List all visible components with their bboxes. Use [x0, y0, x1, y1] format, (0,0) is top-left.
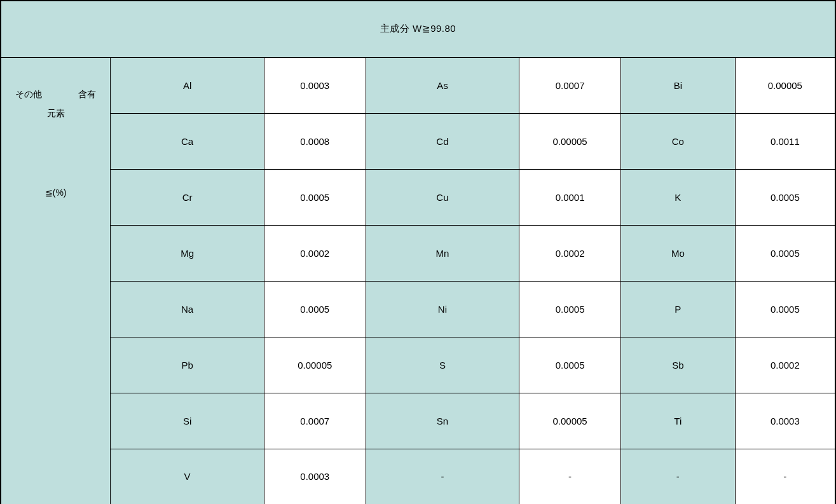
table-row: その他 含有 元素 Al 0.0003 As 0.0007 Bi 0.00005 [1, 57, 835, 113]
element-symbol: Sb [620, 337, 735, 393]
table-row: Pb 0.00005 S 0.0005 Sb 0.0002 [1, 337, 835, 393]
element-value: 0.0005 [264, 169, 366, 225]
element-symbol: Pb [111, 337, 264, 393]
table-row: ≦(%) Cr 0.0005 Cu 0.0001 K 0.0005 [1, 169, 835, 225]
element-value: 0.0002 [264, 225, 366, 281]
element-symbol: Ti [620, 393, 735, 449]
element-symbol: Cr [111, 169, 264, 225]
element-symbol: - [620, 449, 735, 504]
element-symbol: Ca [111, 113, 264, 169]
side-label-text-2: 元素 [14, 104, 97, 123]
element-symbol: Al [111, 57, 264, 113]
element-value: 0.00005 [519, 113, 621, 169]
element-value: - [735, 449, 835, 504]
element-value: - [519, 449, 621, 504]
table-row: V 0.0003 - - - - [1, 449, 835, 504]
element-symbol: P [620, 281, 735, 337]
element-value: 0.0005 [519, 281, 621, 337]
element-value: 0.0005 [519, 337, 621, 393]
element-value: 0.0003 [264, 57, 366, 113]
table-row: Ca 0.0008 Cd 0.00005 Co 0.0011 [1, 113, 835, 169]
element-symbol: Mn [366, 225, 519, 281]
composition-table-container: 主成分 W≧99.80 その他 含有 元素 Al 0.0003 As 0.000… [0, 0, 836, 504]
element-symbol: V [111, 449, 264, 504]
table-row: Na 0.0005 Ni 0.0005 P 0.0005 [1, 281, 835, 337]
side-label-upper: その他 含有 元素 [1, 57, 111, 169]
element-value: 0.0003 [264, 449, 366, 504]
element-symbol: Co [620, 113, 735, 169]
element-value: 0.0005 [735, 225, 835, 281]
table-row: Si 0.0007 Sn 0.00005 Ti 0.0003 [1, 393, 835, 449]
element-value: 0.0002 [735, 337, 835, 393]
side-label-text-3: ≦(%) [14, 183, 97, 203]
element-symbol: Si [111, 393, 264, 449]
side-label-text-1b: 含有 [78, 85, 96, 104]
element-value: 0.0007 [264, 393, 366, 449]
element-symbol: - [366, 449, 519, 504]
element-symbol: Ni [366, 281, 519, 337]
element-value: 0.0011 [735, 113, 835, 169]
element-value: 0.0005 [735, 169, 835, 225]
element-value: 0.00005 [735, 57, 835, 113]
table-header-row: 主成分 W≧99.80 [1, 1, 835, 57]
element-symbol: Na [111, 281, 264, 337]
composition-table: 主成分 W≧99.80 その他 含有 元素 Al 0.0003 As 0.000… [0, 0, 836, 504]
side-label-text-1a: その他 [15, 85, 42, 104]
element-value: 0.00005 [264, 337, 366, 393]
element-value: 0.0002 [519, 225, 621, 281]
element-symbol: Sn [366, 393, 519, 449]
element-symbol: Bi [620, 57, 735, 113]
element-value: 0.0005 [735, 281, 835, 337]
table-row: Mg 0.0002 Mn 0.0002 Mo 0.0005 [1, 225, 835, 281]
element-value: 0.0007 [519, 57, 621, 113]
element-symbol: S [366, 337, 519, 393]
element-symbol: K [620, 169, 735, 225]
element-value: 0.0001 [519, 169, 621, 225]
element-value: 0.00005 [519, 393, 621, 449]
element-symbol: Cu [366, 169, 519, 225]
main-component-header: 主成分 W≧99.80 [1, 1, 835, 57]
element-value: 0.0005 [264, 281, 366, 337]
element-symbol: Cd [366, 113, 519, 169]
element-symbol: Mg [111, 225, 264, 281]
element-symbol: Mo [620, 225, 735, 281]
element-value: 0.0008 [264, 113, 366, 169]
element-symbol: As [366, 57, 519, 113]
element-value: 0.0003 [735, 393, 835, 449]
side-label-lower: ≦(%) [1, 169, 111, 504]
